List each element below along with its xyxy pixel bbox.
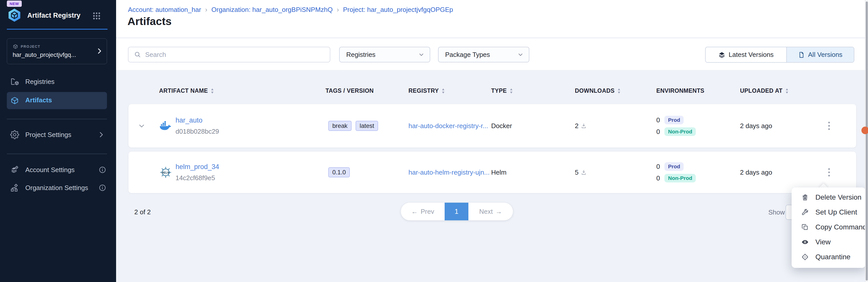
table-row-har-auto[interactable]: har_auto d018b028bc29 break latest har-a…: [128, 104, 856, 148]
sort-icon[interactable]: [617, 88, 621, 94]
project-selector-label: PROJECT: [21, 44, 40, 48]
registry-link[interactable]: har-auto-helm-registry-ujn...: [408, 152, 490, 193]
column-header-uploaded-at[interactable]: UPLOADED AT: [740, 87, 789, 94]
info-icon[interactable]: [99, 184, 106, 191]
current-page-button[interactable]: 1: [445, 203, 468, 220]
row-actions-kebab-icon[interactable]: [824, 104, 835, 148]
layers-icon: [718, 51, 725, 58]
menu-item-label: View: [815, 238, 831, 246]
sidebar-accent-divider: [7, 29, 107, 30]
prod-badge: Prod: [664, 162, 684, 171]
sidebar-item-account-settings[interactable]: Account Settings: [0, 161, 116, 179]
sort-icon[interactable]: [210, 88, 214, 94]
tag-badge[interactable]: break: [328, 121, 351, 131]
menu-item-quarantine[interactable]: Quarantine: [792, 249, 865, 264]
uploaded-at-cell: 2 days ago: [740, 152, 772, 193]
tags-cell: break latest: [328, 104, 378, 148]
downloads-count: 5: [575, 169, 579, 176]
column-label: DOWNLOADS: [575, 87, 615, 94]
column-label: TYPE: [491, 87, 507, 94]
sidebar-divider: [7, 154, 107, 154]
sidebar-item-artifacts[interactable]: Artifacts: [7, 92, 107, 109]
info-icon[interactable]: [99, 166, 106, 174]
menu-item-delete-version[interactable]: Delete Version: [792, 190, 865, 205]
tag-badge[interactable]: latest: [355, 121, 378, 131]
menu-item-copy-command[interactable]: Copy Command: [792, 220, 865, 235]
sidebar-item-organization-settings[interactable]: Organization Settings: [0, 179, 116, 197]
type-cell: Helm: [491, 152, 506, 193]
artifact-name-link[interactable]: helm_prod_34: [176, 163, 219, 171]
sidebar-item-label: Account Settings: [25, 166, 74, 174]
artifact-name-cell: har_auto d018b028bc29: [176, 104, 219, 148]
sort-icon[interactable]: [785, 88, 789, 94]
registries-icon: [10, 77, 19, 86]
registry-link[interactable]: har-auto-docker-registry-r...: [408, 104, 488, 148]
chevron-right-icon: [97, 131, 105, 138]
prod-count: 0: [656, 116, 660, 124]
breadcrumb-project-link[interactable]: Project: har_auto_projectjvfgqOPGEp: [343, 6, 453, 14]
nonprod-count: 0: [656, 174, 660, 182]
next-page-button[interactable]: Next →: [468, 203, 513, 220]
artifact-digest: 14c2cf68f9e5: [176, 174, 215, 182]
nonprod-badge: Non-Prod: [664, 174, 696, 182]
project-selector[interactable]: PROJECT har_auto_projectjvfgq...: [7, 38, 107, 64]
app-logo-cube-icon: [7, 8, 22, 23]
sort-icon[interactable]: [509, 88, 513, 94]
breadcrumb-account-link[interactable]: Account: automation_har: [128, 6, 201, 14]
search-box: [128, 47, 330, 62]
menu-item-view[interactable]: View: [792, 235, 865, 249]
column-header-type[interactable]: TYPE: [491, 87, 513, 94]
all-versions-label: All Versions: [808, 51, 842, 59]
package-types-filter-dropdown[interactable]: Package Types: [438, 47, 529, 62]
version-badge[interactable]: 0.1.0: [328, 167, 350, 177]
next-label: Next: [479, 208, 493, 216]
column-header-registry[interactable]: REGISTRY: [408, 87, 445, 94]
sort-icon[interactable]: [441, 88, 445, 94]
latest-versions-button[interactable]: Latest Versions: [706, 47, 786, 62]
column-header-tags-version: TAGS / VERSION: [326, 87, 374, 94]
column-header-artifact-name[interactable]: ARTIFACT NAME: [159, 87, 214, 94]
versions-view-toggle: Latest Versions All Versions: [705, 47, 854, 63]
helm-icon: HELM: [159, 152, 173, 193]
results-count: 2 of 2: [134, 208, 151, 216]
sidebar-item-label: Artifacts: [25, 96, 52, 104]
search-input[interactable]: [145, 50, 323, 59]
chevron-down-icon: [517, 51, 524, 58]
sidebar-divider: [7, 119, 107, 119]
file-icon: [798, 51, 805, 58]
artifact-name-cell: helm_prod_34 14c2cf68f9e5: [176, 152, 219, 193]
column-header-downloads[interactable]: DOWNLOADS: [575, 87, 621, 94]
row-expander-chevron-icon[interactable]: [136, 104, 147, 148]
org-hierarchy-gear-icon: [10, 183, 19, 192]
sidebar-item-registries[interactable]: Registries: [0, 73, 116, 91]
docker-icon: [159, 104, 173, 148]
table-row-helm-prod-34[interactable]: HELM helm_prod_34 14c2cf68f9e5 0.1.0 har…: [128, 152, 856, 193]
layers-gear-icon: [10, 165, 19, 174]
type-cell: Docker: [491, 104, 512, 148]
breadcrumb-separator: ›: [205, 6, 207, 14]
registries-filter-label: Registries: [346, 51, 376, 59]
scrollbar-thumb[interactable]: [866, 2, 868, 280]
copy-icon: [801, 223, 809, 231]
artifact-name-link[interactable]: har_auto: [176, 116, 203, 124]
project-selector-value: har_auto_projectjvfgq...: [13, 51, 96, 58]
sidebar-item-label: Organization Settings: [25, 184, 88, 192]
column-label: ENVIRONMENTS: [656, 87, 704, 94]
help-floating-button[interactable]: [861, 127, 868, 134]
menu-item-set-up-client[interactable]: Set Up Client: [792, 205, 865, 220]
app-switcher-grid-icon[interactable]: [92, 11, 101, 21]
prev-page-button[interactable]: ← Prev: [401, 203, 445, 220]
breadcrumb-organization-link[interactable]: Organization: har_auto_orgBPiSNPMzhQ: [211, 6, 333, 14]
column-label: TAGS / VERSION: [326, 87, 374, 94]
column-label: UPLOADED AT: [740, 87, 782, 94]
environments-cell: 0 Prod 0 Non-Prod: [656, 152, 696, 193]
trash-icon: [801, 193, 809, 201]
sidebar-item-project-settings[interactable]: Project Settings: [0, 126, 116, 144]
environments-cell: 0 Prod 0 Non-Prod: [656, 104, 696, 148]
download-icon: [581, 123, 587, 129]
nonprod-count: 0: [656, 128, 660, 136]
vertical-scrollbar[interactable]: [865, 0, 868, 282]
registries-filter-dropdown[interactable]: Registries: [339, 47, 430, 62]
all-versions-button[interactable]: All Versions: [786, 47, 854, 62]
svg-text:HELM: HELM: [162, 171, 169, 174]
